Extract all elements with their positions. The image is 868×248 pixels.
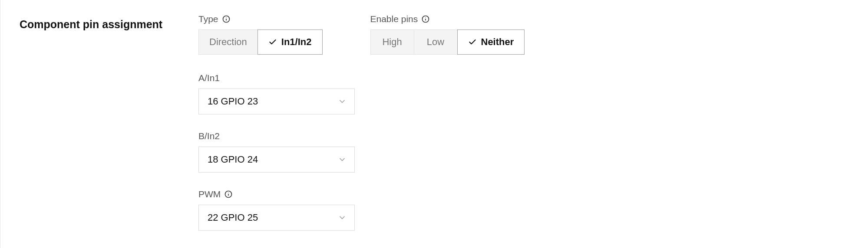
b-in2-field: B/In2 18 GPIO 24 xyxy=(198,131,858,173)
pwm-label: PWM xyxy=(198,189,221,199)
chevron-down-icon xyxy=(338,97,347,106)
type-option-in1in2[interactable]: In1/In2 xyxy=(258,30,322,54)
a-in1-label: A/In1 xyxy=(198,73,220,83)
section-heading-column: Component pin assignment xyxy=(11,14,198,234)
type-field: Type Direction xyxy=(198,14,323,55)
section-content-column: Type Direction xyxy=(198,14,858,234)
svg-point-2 xyxy=(226,17,226,18)
b-in2-label-row: B/In2 xyxy=(198,131,858,141)
enable-option-high[interactable]: High xyxy=(371,30,414,54)
a-in1-label-row: A/In1 xyxy=(198,73,858,83)
enable-option-neither-label: Neither xyxy=(481,36,514,48)
check-icon xyxy=(468,38,477,46)
a-in1-select[interactable]: 16 GPIO 23 xyxy=(198,88,355,114)
pwm-field: PWM 22 GPIO 25 xyxy=(198,189,858,231)
type-option-direction-label: Direction xyxy=(209,36,247,48)
type-label-row: Type xyxy=(198,14,323,24)
pwm-label-row: PWM xyxy=(198,189,858,199)
enable-option-low-label: Low xyxy=(427,36,444,48)
info-icon[interactable] xyxy=(421,15,430,23)
check-icon xyxy=(268,38,277,46)
type-segmented-control: Direction In1/In2 xyxy=(198,29,323,55)
type-option-in1in2-label: In1/In2 xyxy=(281,36,312,48)
pwm-select[interactable]: 22 GPIO 25 xyxy=(198,205,355,231)
enable-pins-field: Enable pins High Low xyxy=(370,14,525,55)
chevron-down-icon xyxy=(338,155,347,164)
segmented-controls-row: Type Direction xyxy=(198,14,858,55)
svg-point-5 xyxy=(426,17,426,18)
section-title: Component pin assignment xyxy=(20,17,198,32)
enable-option-neither[interactable]: Neither xyxy=(458,30,525,54)
type-option-direction[interactable]: Direction xyxy=(199,30,258,54)
type-label: Type xyxy=(198,14,218,24)
enable-pins-segmented-control: High Low Neither xyxy=(370,29,525,55)
enable-pins-label: Enable pins xyxy=(370,14,418,24)
b-in2-select[interactable]: 18 GPIO 24 xyxy=(198,147,355,173)
chevron-down-icon xyxy=(338,213,347,222)
enable-option-high-label: High xyxy=(382,36,402,48)
info-icon[interactable] xyxy=(222,15,231,23)
a-in1-field: A/In1 16 GPIO 23 xyxy=(198,73,858,114)
b-in2-label: B/In2 xyxy=(198,131,220,141)
enable-option-low[interactable]: Low xyxy=(414,30,458,54)
enable-pins-label-row: Enable pins xyxy=(370,14,525,24)
pwm-value: 22 GPIO 25 xyxy=(208,212,258,223)
b-in2-value: 18 GPIO 24 xyxy=(208,154,258,165)
pin-assignment-section: Component pin assignment Type xyxy=(0,0,868,248)
info-icon[interactable] xyxy=(224,190,233,199)
svg-point-8 xyxy=(228,193,229,193)
a-in1-value: 16 GPIO 23 xyxy=(208,96,258,107)
